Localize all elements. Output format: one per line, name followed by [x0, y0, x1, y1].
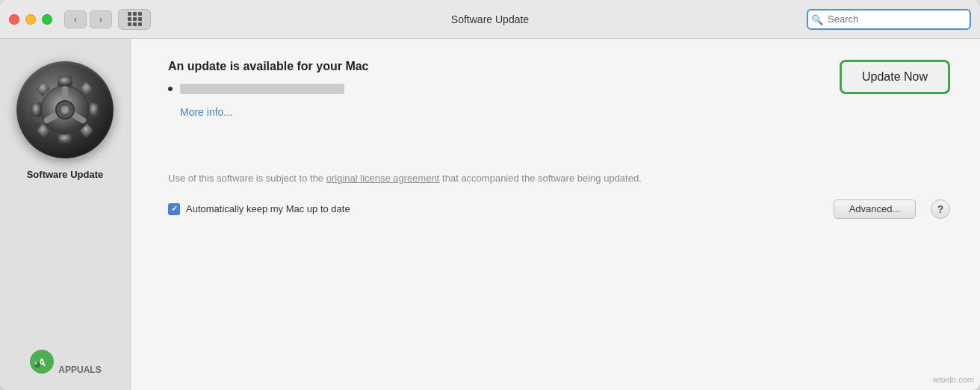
- gear-svg: [24, 69, 106, 151]
- close-button[interactable]: [9, 14, 19, 25]
- appuals-watermark: A APPUALS: [28, 348, 101, 375]
- more-info-link[interactable]: More info...: [180, 106, 232, 118]
- content-area: Software Update A APPUALS An update: [0, 39, 980, 390]
- forward-icon: ›: [99, 13, 102, 25]
- bottom-section: ✓ Automatically keep my Mac up to date A…: [168, 199, 950, 219]
- search-icon: 🔍: [811, 13, 823, 25]
- license-section: Use of this software is subject to the o…: [168, 171, 676, 186]
- appuals-text: APPUALS: [58, 365, 101, 375]
- search-input[interactable]: [807, 9, 971, 30]
- grid-view-button[interactable]: [118, 9, 151, 30]
- traffic-lights: [9, 14, 52, 25]
- fullscreen-button[interactable]: [42, 14, 52, 25]
- main-panel: An update is available for your Mac More…: [131, 39, 980, 390]
- window-title: Software Update: [451, 13, 529, 25]
- forward-button[interactable]: ›: [90, 10, 112, 28]
- update-now-button[interactable]: Update Now: [840, 60, 950, 94]
- license-text-before: Use of this software is subject to the: [168, 173, 326, 184]
- license-link[interactable]: original license agreement: [326, 173, 440, 184]
- nav-buttons: ‹ ›: [64, 10, 112, 28]
- back-button[interactable]: ‹: [64, 10, 87, 28]
- update-info: An update is available for your Mac More…: [168, 60, 817, 119]
- search-box: 🔍: [807, 9, 971, 30]
- update-title: An update is available for your Mac: [168, 60, 817, 73]
- license-text-after: that accompanied the software being upda…: [439, 173, 641, 184]
- help-button[interactable]: ?: [931, 199, 950, 219]
- app-label: Software Update: [27, 169, 104, 180]
- grid-icon: [128, 12, 142, 26]
- update-item: [168, 84, 817, 94]
- checkbox-label: Automatically keep my Mac up to date: [186, 203, 350, 214]
- auto-update-checkbox[interactable]: ✓: [168, 203, 180, 215]
- back-icon: ‹: [74, 13, 77, 25]
- appuals-logo: A: [28, 348, 55, 375]
- minimize-button[interactable]: [25, 14, 36, 25]
- titlebar: ‹ › Software Update 🔍: [0, 0, 980, 39]
- bullet-icon: [168, 87, 173, 91]
- app-icon: [16, 61, 114, 158]
- update-item-bar: [180, 84, 344, 94]
- sidebar-bottom: A APPUALS: [28, 348, 101, 375]
- wsxdn-watermark: wsxdn.com: [933, 375, 974, 384]
- advanced-button[interactable]: Advanced...: [834, 199, 916, 219]
- sidebar: Software Update A APPUALS: [0, 39, 131, 390]
- svg-point-7: [34, 362, 37, 365]
- check-icon: ✓: [171, 204, 178, 214]
- update-section: An update is available for your Mac More…: [168, 60, 950, 119]
- svg-point-3: [62, 107, 68, 113]
- checkbox-row: ✓ Automatically keep my Mac up to date: [168, 203, 819, 215]
- system-preferences-window: ‹ › Software Update 🔍: [0, 0, 980, 390]
